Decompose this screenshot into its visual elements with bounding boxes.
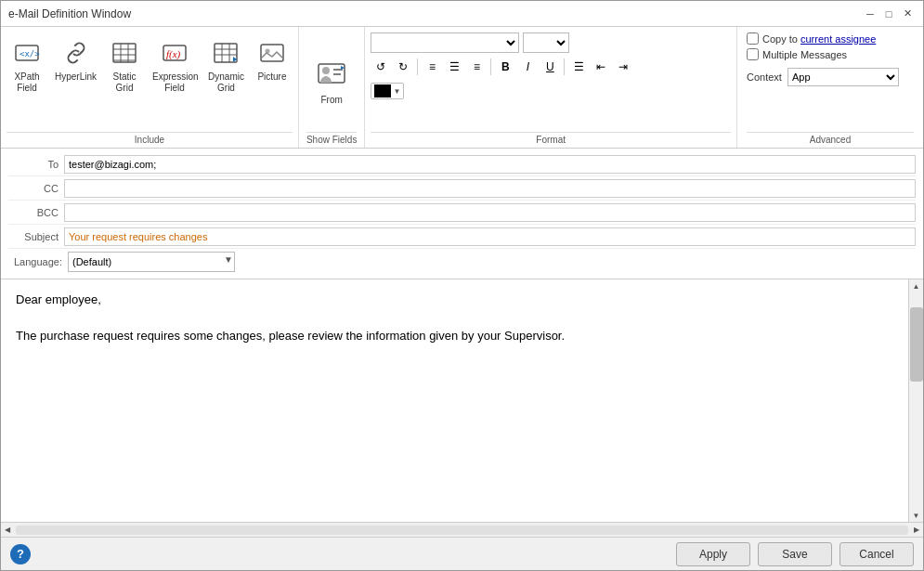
close-button[interactable]: ✕ xyxy=(899,6,916,22)
bold-button[interactable]: B xyxy=(495,57,515,77)
help-button[interactable]: ? xyxy=(10,544,31,565)
context-label: Context xyxy=(747,71,782,83)
include-label: Include xyxy=(7,132,293,148)
cc-input[interactable] xyxy=(64,179,916,198)
context-select[interactable]: App Process Activity xyxy=(787,68,899,86)
format-row3: ▼ xyxy=(371,79,731,101)
list-button[interactable]: ☰ xyxy=(568,57,589,77)
include-group: <x/> XPath Field HyperLink xyxy=(1,27,299,148)
underline-button[interactable]: U xyxy=(540,57,560,77)
language-select-wrap: (Default) English Spanish French ▼ xyxy=(68,252,235,272)
cc-row: CC xyxy=(8,176,916,201)
subject-label: Subject xyxy=(8,231,64,242)
body-line3: The purchase request requires some chang… xyxy=(16,327,893,345)
vertical-scrollbar[interactable]: ▲ ▼ xyxy=(908,279,923,522)
format-row1 xyxy=(371,31,731,55)
picture-label: Picture xyxy=(257,71,286,83)
scroll-down-arrow[interactable]: ▼ xyxy=(910,509,923,522)
cancel-button[interactable]: Cancel xyxy=(839,542,914,566)
italic-button[interactable]: I xyxy=(517,57,538,77)
to-input[interactable] xyxy=(64,155,916,174)
undo-button[interactable]: ↺ xyxy=(371,57,391,77)
font-name-select[interactable] xyxy=(371,32,519,53)
scroll-thumb[interactable] xyxy=(910,307,923,382)
format-label: Format xyxy=(371,132,731,148)
ribbon-tabs: <x/> XPath Field HyperLink xyxy=(1,27,923,148)
language-select[interactable]: (Default) English Spanish French xyxy=(68,252,235,272)
from-icon xyxy=(315,57,348,93)
scroll-right-arrow[interactable]: ▶ xyxy=(910,524,923,537)
form-area: To CC BCC Subject Language: (Default) En… xyxy=(1,149,923,279)
xpath-icon: <x/> xyxy=(10,36,44,70)
svg-rect-16 xyxy=(261,45,283,61)
align-center-button[interactable]: ☰ xyxy=(444,57,464,77)
language-label: Language: xyxy=(8,256,68,267)
context-row: Context App Process Activity xyxy=(747,68,914,86)
svg-text:<x/>: <x/> xyxy=(20,49,40,58)
svg-text:f(x): f(x) xyxy=(166,48,181,60)
format-row2: ↺ ↻ ≡ ☰ ≡ B I U ☰ ⇤ ⇥ xyxy=(371,55,731,79)
separator2 xyxy=(490,58,491,75)
ribbon: <x/> XPath Field HyperLink xyxy=(1,27,923,149)
expression-icon: f(x) xyxy=(158,36,191,70)
scroll-h-track[interactable] xyxy=(16,526,908,535)
from-label: From xyxy=(321,95,343,106)
window-controls: ─ □ ✕ xyxy=(862,6,916,22)
bcc-label: BCC xyxy=(8,207,64,218)
copy-assignee-row: Copy to current assignee xyxy=(747,32,914,45)
hyperlink-label: HyperLink xyxy=(55,71,97,83)
font-size-select[interactable] xyxy=(523,32,569,53)
dynamic-grid-button[interactable]: Dynamic Grid xyxy=(204,34,248,96)
picture-button[interactable]: Picture xyxy=(252,34,293,84)
footer-left: ? xyxy=(10,544,31,565)
align-left-button[interactable]: ≡ xyxy=(422,57,442,77)
to-row: To xyxy=(8,152,916,176)
color-button[interactable]: ▼ xyxy=(371,83,404,99)
subject-input[interactable] xyxy=(64,227,916,246)
apply-button[interactable]: Apply xyxy=(676,542,750,566)
format-group: ↺ ↻ ≡ ☰ ≡ B I U ☰ ⇤ ⇥ xyxy=(365,27,737,148)
bcc-row: BCC xyxy=(8,201,916,225)
static-grid-button[interactable]: Static Grid xyxy=(104,34,145,96)
separator3 xyxy=(564,58,565,75)
scroll-up-arrow[interactable]: ▲ xyxy=(910,279,923,292)
xpath-field-button[interactable]: <x/> XPath Field xyxy=(7,34,47,96)
svg-rect-2 xyxy=(113,44,136,62)
cc-label: CC xyxy=(8,183,64,194)
to-label: To xyxy=(8,159,64,170)
language-row: Language: (Default) English Spanish Fren… xyxy=(8,249,916,275)
window-title: e-Mail Definition Window xyxy=(8,7,131,20)
color-dropdown-arrow: ▼ xyxy=(393,87,400,96)
hyperlink-button[interactable]: HyperLink xyxy=(51,34,100,84)
body-line1: Dear employee, xyxy=(16,291,893,309)
maximize-button[interactable]: □ xyxy=(880,6,897,22)
subject-row: Subject xyxy=(8,225,916,249)
svg-point-19 xyxy=(322,67,330,74)
static-grid-label: Static Grid xyxy=(113,71,137,94)
body-area: Dear employee, The purchase request requ… xyxy=(1,279,923,522)
copy-assignee-checkbox[interactable] xyxy=(747,32,759,45)
indent-less-button[interactable]: ⇤ xyxy=(591,57,611,77)
title-bar: e-Mail Definition Window ─ □ ✕ xyxy=(1,1,923,27)
multiple-messages-label: Multiple Messages xyxy=(762,49,847,60)
indent-more-button[interactable]: ⇥ xyxy=(613,57,633,77)
expression-field-button[interactable]: f(x) Expression Field xyxy=(149,34,201,96)
footer: ? Apply Save Cancel xyxy=(1,537,923,570)
from-button[interactable]: From xyxy=(309,31,354,132)
main-window: e-Mail Definition Window ─ □ ✕ <x/> XPat… xyxy=(0,0,924,571)
redo-button[interactable]: ↻ xyxy=(393,57,413,77)
advanced-label: Advanced xyxy=(747,132,914,148)
include-buttons: <x/> XPath Field HyperLink xyxy=(7,31,293,132)
horizontal-scrollbar[interactable]: ◀ ▶ xyxy=(1,522,923,537)
save-button[interactable]: Save xyxy=(758,542,832,566)
xpath-label: XPath Field xyxy=(14,71,39,94)
align-right-button[interactable]: ≡ xyxy=(466,57,487,77)
hyperlink-icon xyxy=(59,36,93,70)
minimize-button[interactable]: ─ xyxy=(862,6,878,22)
multiple-messages-checkbox[interactable] xyxy=(747,48,759,60)
scroll-left-arrow[interactable]: ◀ xyxy=(1,524,14,537)
copy-assignee-label: Copy to current assignee xyxy=(762,33,876,45)
email-body[interactable]: Dear employee, The purchase request requ… xyxy=(1,279,908,522)
dynamic-grid-icon xyxy=(209,36,242,70)
bcc-input[interactable] xyxy=(64,203,916,222)
